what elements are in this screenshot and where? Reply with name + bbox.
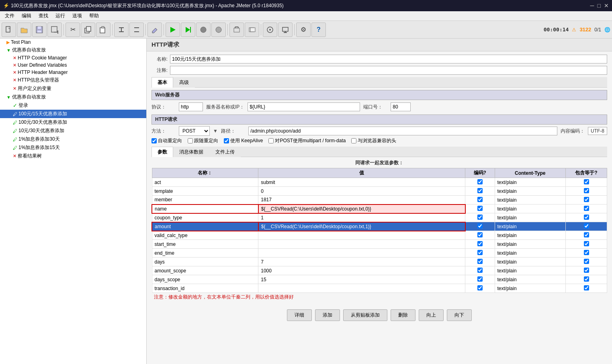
tree-item-coupon-100-30[interactable]: 🖊 100元/30天优惠券添加 [0, 118, 146, 127]
table-row[interactable]: coupon_type1text/plain [152, 213, 607, 222]
tree-item-login[interactable]: ✓ 登录 [0, 101, 146, 110]
tree-item-coupon-auto2[interactable]: ▼ 优惠券自动发放 [0, 93, 146, 101]
tree-item-coupon-100-15[interactable]: 🖊 100元/15天优惠券添加 [0, 110, 146, 118]
collapse-button[interactable] [129, 22, 144, 37]
tree-item-result-tree[interactable]: ✕ 察看结果树 [0, 152, 146, 160]
clear-button[interactable] [229, 22, 244, 37]
name-input[interactable] [170, 55, 607, 63]
encoded-checkbox[interactable] [477, 179, 483, 184]
open-button[interactable] [17, 22, 31, 37]
table-row[interactable]: template0text/plain [152, 187, 607, 196]
table-row[interactable]: actsubmittext/plain [152, 178, 607, 187]
save-as-button[interactable] [47, 22, 62, 37]
up-button[interactable]: 向上 [419, 309, 444, 321]
include-equals-checkbox[interactable] [584, 223, 589, 229]
auto-redirect-checkbox[interactable] [151, 138, 157, 143]
table-row[interactable]: days_scope15text/plain [152, 275, 607, 284]
param-encoded-cell[interactable] [465, 258, 495, 266]
menu-edit[interactable]: 编辑 [18, 12, 35, 20]
table-row[interactable]: name${__CSVRead(C:\Users\dell\Desktop/co… [152, 204, 607, 213]
add-from-clipboard-button[interactable]: 从剪贴板添加 [343, 309, 387, 321]
param-include-equals-cell[interactable] [566, 204, 607, 213]
tab-params[interactable]: 参数 [151, 147, 173, 157]
browser-compat-checkbox[interactable] [351, 138, 356, 143]
param-encoded-cell[interactable] [465, 249, 495, 258]
include-equals-checkbox[interactable] [584, 179, 589, 184]
param-encoded-cell[interactable] [465, 222, 495, 231]
param-include-equals-cell[interactable] [566, 266, 607, 275]
param-encoded-cell[interactable] [465, 266, 495, 275]
edit-button[interactable] [147, 22, 162, 37]
table-row[interactable]: valid_calc_typetext/plain [152, 231, 607, 240]
tree-item-header-mgr[interactable]: ✕ HTTP Header Manager [0, 69, 146, 76]
window-controls[interactable]: ─ □ ✕ [590, 2, 609, 9]
tree-item-user-vars[interactable]: ✕ User Defined Variables [0, 61, 146, 69]
include-equals-checkbox[interactable] [584, 215, 589, 220]
param-include-equals-cell[interactable] [566, 222, 607, 231]
param-encoded-cell[interactable] [465, 178, 495, 187]
menu-file[interactable]: 文件 [2, 12, 18, 20]
include-equals-checkbox[interactable] [584, 276, 589, 282]
path-input[interactable] [248, 127, 557, 135]
include-equals-checkbox[interactable] [584, 232, 589, 237]
clear-all-button[interactable] [245, 22, 259, 37]
table-row[interactable]: days7text/plain [152, 258, 607, 266]
tab-body[interactable]: 消息体数据 [173, 147, 209, 157]
param-include-equals-cell[interactable] [566, 284, 607, 293]
encoded-checkbox[interactable] [477, 259, 483, 264]
encoded-checkbox[interactable] [477, 250, 483, 255]
tab-files[interactable]: 文件上传 [209, 147, 241, 157]
param-include-equals-cell[interactable] [566, 231, 607, 240]
tree-item-coupon-auto[interactable]: ▼ 优惠券自动发放 [0, 46, 146, 54]
param-include-equals-cell[interactable] [566, 249, 607, 258]
param-encoded-cell[interactable] [465, 275, 495, 284]
cut-button[interactable]: ✂ [65, 22, 80, 37]
param-encoded-cell[interactable] [465, 231, 495, 240]
comment-input[interactable] [170, 66, 607, 75]
menu-help[interactable]: 帮助 [86, 12, 102, 20]
menu-run[interactable]: 运行 [52, 12, 68, 20]
tree-item-coupon-1-15[interactable]: 🖊 1%加息券添加15天 [0, 143, 146, 152]
param-include-equals-cell[interactable] [566, 178, 607, 187]
param-encoded-cell[interactable] [465, 187, 495, 196]
menu-search[interactable]: 查找 [35, 12, 51, 20]
tree-item-cookie-mgr[interactable]: ✕ HTTP Cookie Manager [0, 54, 146, 61]
delete-button[interactable]: 删除 [391, 309, 416, 321]
browser-compat-checkbox-label[interactable]: 与浏览器兼容的头 [351, 137, 396, 144]
encoded-checkbox[interactable] [477, 276, 483, 282]
encoded-checkbox[interactable] [477, 188, 483, 193]
include-equals-checkbox[interactable] [584, 206, 589, 211]
table-row[interactable]: transaction_idtext/plain [152, 284, 607, 293]
follow-redirect-checkbox[interactable] [188, 138, 193, 143]
multipart-checkbox-label[interactable]: 对POST使用multipart / form-data [268, 137, 346, 144]
param-include-equals-cell[interactable] [566, 240, 607, 249]
table-row[interactable]: amount${__CSVRead(C:\Users\dell\Desktop/… [152, 222, 607, 231]
include-equals-checkbox[interactable] [584, 268, 589, 273]
copy-button[interactable] [81, 22, 95, 37]
protocol-input[interactable] [179, 102, 203, 111]
encoded-checkbox[interactable] [477, 223, 483, 229]
include-equals-checkbox[interactable] [584, 241, 589, 246]
keepalive-checkbox-label[interactable]: 使用 KeepAlive [224, 137, 263, 144]
paste-button[interactable] [96, 22, 111, 37]
encoded-checkbox[interactable] [477, 268, 483, 273]
param-encoded-cell[interactable] [465, 240, 495, 249]
param-include-equals-cell[interactable] [566, 258, 607, 266]
param-encoded-cell[interactable] [465, 213, 495, 222]
keepalive-checkbox[interactable] [224, 138, 229, 143]
encoded-checkbox[interactable] [477, 232, 483, 237]
tree-item-user-vars2[interactable]: ✕ 用户定义的变量 [0, 84, 146, 93]
multipart-checkbox[interactable] [268, 138, 274, 143]
param-include-equals-cell[interactable] [566, 196, 607, 204]
param-encoded-cell[interactable] [465, 196, 495, 204]
run-single-button[interactable] [181, 22, 195, 37]
include-equals-checkbox[interactable] [584, 188, 589, 193]
detail-button[interactable]: 详细 [287, 309, 312, 321]
port-input[interactable] [391, 102, 411, 111]
table-row[interactable]: end_timetext/plain [152, 249, 607, 258]
add-button[interactable]: 添加 [315, 309, 340, 321]
table-row[interactable]: member1817text/plain [152, 196, 607, 204]
follow-redirect-checkbox-label[interactable]: 跟随重定向 [188, 137, 218, 144]
save-button[interactable] [32, 22, 47, 37]
param-encoded-cell[interactable] [465, 204, 495, 213]
